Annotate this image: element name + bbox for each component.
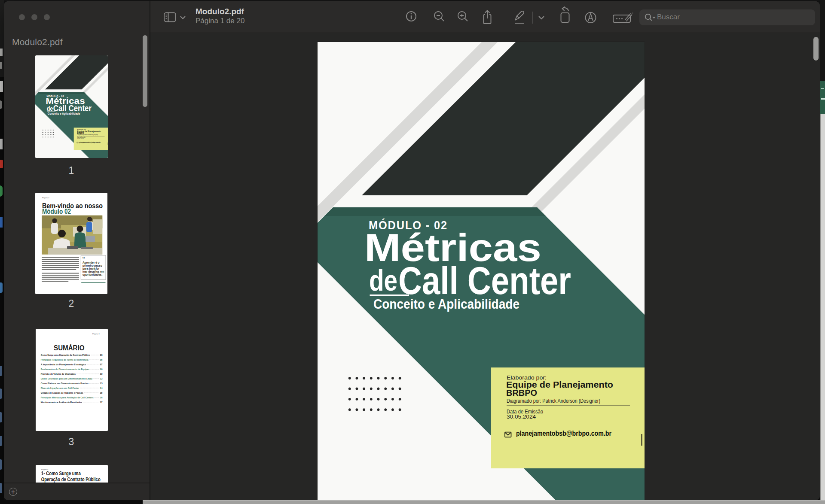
svg-text:oportunidades.: oportunidades. bbox=[82, 273, 102, 276]
svg-text:Fundamentos do Dimensionamento: Fundamentos do Dimensionamento de Equipe… bbox=[41, 368, 89, 370]
svg-text:13: 13 bbox=[100, 382, 103, 385]
svg-text:Fluxo de Ligações em um Call C: Fluxo de Ligações em um Call Center bbox=[41, 387, 79, 389]
svg-text:12: 12 bbox=[100, 377, 103, 380]
svg-text:Dados Essenciais para um Dimen: Dados Essenciais para um Dimensionamento… bbox=[41, 377, 92, 380]
svg-text:16: 16 bbox=[100, 396, 103, 399]
svg-text:15: 15 bbox=[100, 392, 103, 394]
svg-text:Página 4: Página 4 bbox=[41, 468, 49, 471]
svg-text:14: 14 bbox=[100, 387, 103, 389]
svg-text:05: 05 bbox=[100, 358, 103, 361]
svg-text:Previsão de Volume de Chamadas: Previsão de Volume de Chamadas bbox=[41, 373, 76, 375]
svg-text:Como Elaborar um Dimensionamen: Como Elaborar um Dimensionamento Preciso bbox=[41, 382, 89, 385]
svg-text:Monitoramento e Análise de Res: Monitoramento e Análise de Resultados bbox=[41, 401, 82, 404]
svg-text:Principais Requisitos do Termo: Principais Requisitos do Termo de Referê… bbox=[41, 358, 89, 361]
svg-text:Como Surge uma Operação de Con: Como Surge uma Operação de Contrato Públ… bbox=[41, 354, 90, 356]
svg-text:1- Como Surge uma: 1- Como Surge uma bbox=[41, 471, 81, 477]
svg-text:Operação de Contrato Público: Operação de Contrato Público bbox=[41, 477, 101, 483]
svg-text:03: 03 bbox=[100, 354, 103, 356]
svg-text:Página 2: Página 2 bbox=[42, 197, 49, 199]
svg-text:mar desafios em: mar desafios em bbox=[82, 270, 104, 273]
svg-text:Criação de Escalas de Trabalho: Criação de Escalas de Trabalho e Pausas bbox=[41, 392, 83, 394]
svg-text:07: 07 bbox=[100, 363, 103, 366]
svg-text:Principais Métricas para Avali: Principais Métricas para Avaliação de Ca… bbox=[41, 396, 94, 399]
svg-text:17: 17 bbox=[100, 401, 103, 404]
svg-text:10: 10 bbox=[100, 373, 103, 375]
svg-text:A Importância do Planejamento: A Importância do Planejamento Estratégic… bbox=[41, 363, 86, 366]
svg-text:Módulo 02: Módulo 02 bbox=[42, 208, 71, 215]
svg-text:Página 3: Página 3 bbox=[92, 333, 100, 335]
svg-text:09: 09 bbox=[100, 368, 103, 370]
svg-text:SUMÁRIO: SUMÁRIO bbox=[54, 344, 85, 352]
